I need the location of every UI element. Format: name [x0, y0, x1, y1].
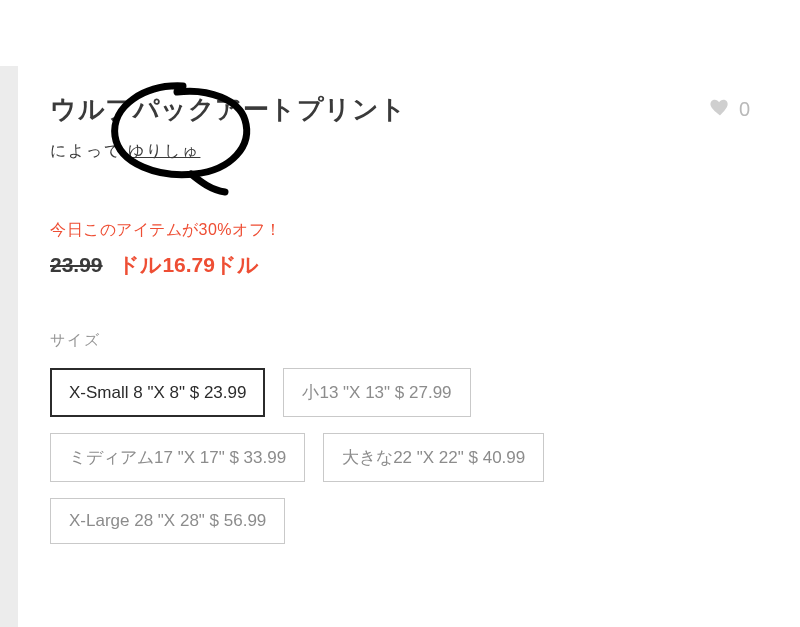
size-option-large[interactable]: 大きな22 "X 22" $ 40.99: [323, 433, 544, 482]
size-label: サイズ: [50, 331, 750, 350]
product-page: ウルフパックアートプリント 0 によって ゆりしゅ 今日このアイテムが30%オフ…: [0, 0, 800, 544]
size-option-small[interactable]: 小13 "X 13" $ 27.99: [283, 368, 470, 417]
title-row: ウルフパックアートプリント 0: [50, 92, 750, 127]
favorite-button[interactable]: 0: [709, 92, 750, 123]
price-row: 23.99 ドル16.79ドル: [50, 251, 750, 279]
favorite-count: 0: [739, 98, 750, 121]
size-option-xlarge[interactable]: X-Large 28 "X 28" $ 56.99: [50, 498, 285, 544]
author-link[interactable]: ゆりしゅ: [128, 142, 200, 159]
size-option-xsmall[interactable]: X-Small 8 "X 8" $ 23.99: [50, 368, 265, 417]
promo-text: 今日このアイテムが30%オフ！: [50, 220, 750, 241]
heart-icon: [709, 96, 731, 123]
size-options: X-Small 8 "X 8" $ 23.99 小13 "X 13" $ 27.…: [50, 368, 690, 544]
old-price: 23.99: [50, 253, 103, 276]
left-edge-strip: [0, 66, 18, 627]
byline-prefix: によって: [50, 142, 128, 159]
size-option-medium[interactable]: ミディアム17 "X 17" $ 33.99: [50, 433, 305, 482]
new-price: ドル16.79ドル: [118, 253, 259, 276]
byline: によって ゆりしゅ: [50, 141, 750, 162]
product-title: ウルフパックアートプリント: [50, 92, 407, 127]
